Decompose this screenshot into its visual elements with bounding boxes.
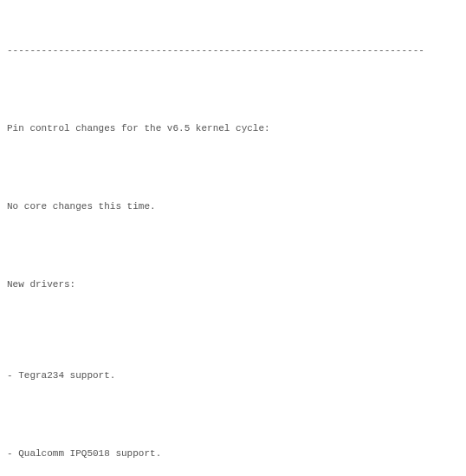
blank <box>7 83 459 96</box>
driver-item: - Tegra234 support. <box>7 369 459 382</box>
hr-top: ----------------------------------------… <box>7 44 459 57</box>
title: Pin control changes for the v6.5 kernel … <box>7 122 459 135</box>
no-core-changes: No core changes this time. <box>7 200 459 213</box>
blank <box>7 239 459 252</box>
document-page: ----------------------------------------… <box>0 0 466 476</box>
new-drivers-header: New drivers: <box>7 278 459 291</box>
blank <box>7 317 459 330</box>
blank <box>7 161 459 174</box>
driver-item: - Qualcomm IPQ5018 support. <box>7 447 459 460</box>
blank <box>7 408 459 421</box>
